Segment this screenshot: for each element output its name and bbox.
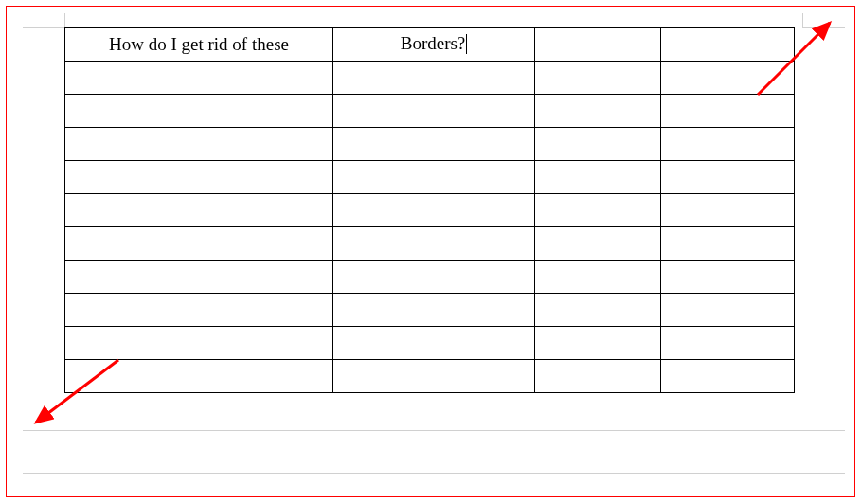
table-row[interactable] [65,161,795,194]
table-cell[interactable] [65,161,333,194]
table-cell[interactable] [333,128,535,161]
table-cell[interactable] [535,261,661,294]
table-cell[interactable] [661,62,795,95]
text-cursor [466,34,467,54]
table-cell[interactable] [333,294,535,327]
table-cell[interactable]: Borders? [333,28,535,62]
page-crop-mark [23,27,64,28]
cell-text: How do I get rid of these [109,34,289,54]
table-cell[interactable] [535,128,661,161]
table-cell[interactable] [333,327,535,360]
table-cell[interactable] [333,95,535,128]
table-row[interactable] [65,62,795,95]
table-cell[interactable] [65,327,333,360]
table-cell[interactable] [661,28,795,62]
table-cell[interactable] [661,261,795,294]
table-cell[interactable] [535,294,661,327]
table-cell[interactable] [65,261,333,294]
page-boundary-line [23,430,845,431]
table-cell[interactable] [65,62,333,95]
table-row[interactable] [65,261,795,294]
table-row[interactable] [65,128,795,161]
table-cell[interactable] [65,194,333,227]
table-cell[interactable] [333,62,535,95]
cell-text: Borders? [401,33,466,53]
table-cell[interactable] [535,360,661,393]
table-row[interactable] [65,360,795,393]
table-row[interactable] [65,95,795,128]
page-crop-mark [803,27,845,28]
table-cell[interactable] [535,327,661,360]
table-cell[interactable] [535,227,661,261]
table-cell[interactable] [535,161,661,194]
table-cell[interactable] [535,62,661,95]
page-boundary-line [23,473,845,474]
table-cell[interactable] [65,128,333,161]
table-cell[interactable] [661,95,795,128]
table-row[interactable] [65,327,795,360]
table-row[interactable] [65,227,795,261]
table-cell[interactable] [661,327,795,360]
table-row[interactable] [65,294,795,327]
page-crop-mark [64,13,65,28]
page-crop-mark [802,13,803,28]
table-cell[interactable] [65,360,333,393]
document-table[interactable]: How do I get rid of these Borders? [64,27,795,393]
table-cell[interactable] [661,161,795,194]
table-cell[interactable] [661,227,795,261]
table-cell[interactable] [535,194,661,227]
table-cell[interactable]: How do I get rid of these [65,28,333,62]
table-cell[interactable] [333,227,535,261]
table-cell[interactable] [661,194,795,227]
table-cell[interactable] [65,95,333,128]
table-cell[interactable] [65,227,333,261]
table-cell[interactable] [535,28,661,62]
table-row[interactable] [65,194,795,227]
table-cell[interactable] [333,161,535,194]
table-cell[interactable] [333,360,535,393]
table-cell[interactable] [333,261,535,294]
table-cell[interactable] [661,360,795,393]
table-cell[interactable] [661,294,795,327]
table-cell[interactable] [65,294,333,327]
table-cell[interactable] [333,194,535,227]
table-cell[interactable] [535,95,661,128]
table-cell[interactable] [661,128,795,161]
table-row[interactable]: How do I get rid of these Borders? [65,28,795,62]
